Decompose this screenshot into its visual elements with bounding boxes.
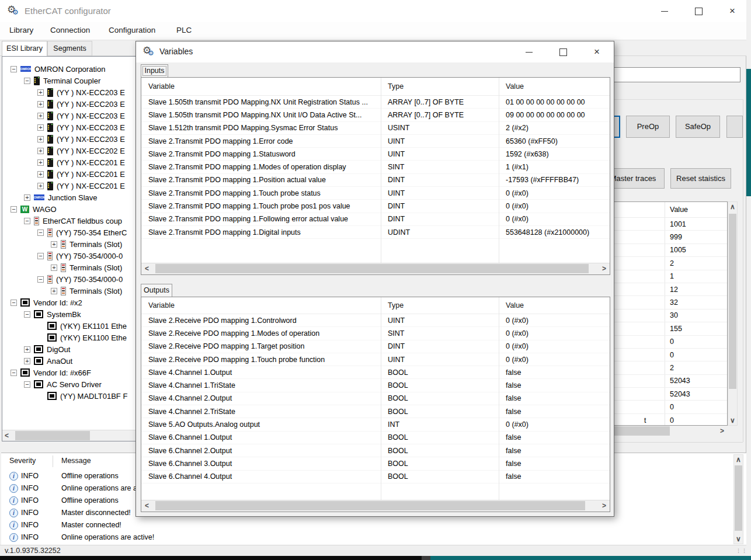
tree-item[interactable]: −(YY) 750-354 EtherC [2, 227, 137, 238]
tree-item[interactable]: (YY) MADLT01BF F [2, 390, 137, 402]
statistics-row[interactable]: 2 [608, 257, 727, 270]
expand-icon[interactable]: + [37, 148, 44, 154]
statistics-row[interactable]: 52043 [608, 388, 727, 401]
scroll-right-icon[interactable]: > [720, 427, 724, 435]
state-button-partial-right[interactable] [726, 116, 743, 138]
statistics-row[interactable]: 2 [608, 361, 727, 374]
expand-icon[interactable]: + [37, 136, 44, 142]
expand-icon[interactable]: + [37, 101, 44, 107]
scrollbar-thumb[interactable] [735, 465, 742, 531]
tree-item[interactable]: +Terminals (Slot) [2, 262, 137, 273]
tree-hscrollbar[interactable]: < [2, 430, 137, 441]
tree-item[interactable]: −(YY) 750-354/000-0 [2, 273, 137, 285]
collapse-icon[interactable]: − [24, 381, 30, 388]
tree-item[interactable]: +DigOut [2, 343, 137, 355]
dialog-close-button[interactable]: × [587, 44, 607, 60]
variable-row[interactable]: Slave 2.Transmit PDO mapping 1.Following… [141, 213, 610, 226]
statistics-row[interactable]: 52043 [608, 375, 727, 388]
statistics-row[interactable]: 0 [608, 349, 727, 361]
scroll-left-icon[interactable]: < [5, 432, 9, 440]
variable-row[interactable]: Slave 2.Transmit PDO mapping 1.Statuswor… [141, 148, 610, 161]
expand-icon[interactable]: + [37, 183, 44, 189]
expand-icon[interactable]: + [24, 346, 30, 353]
variable-row[interactable]: Slave 5.AO Outputs.Analog outputINT0 (#x… [141, 418, 610, 431]
scroll-right-icon[interactable]: > [602, 265, 606, 273]
dialog-minimize-button[interactable] [519, 44, 539, 60]
reset-statistics-button[interactable]: Reset staistics [670, 168, 731, 189]
scrollbar-thumb[interactable] [729, 214, 736, 389]
menu-configuration[interactable]: Configuration [109, 26, 155, 34]
inputs-hscrollbar[interactable]: < > [141, 263, 610, 274]
variable-row[interactable]: Slave 6.Channel 2.OutputBOOLfalse [141, 444, 610, 457]
collapse-icon[interactable]: − [11, 370, 17, 376]
tree-item[interactable]: −Vendor Id: #x2 [2, 297, 137, 308]
scrollbar-thumb[interactable] [607, 426, 670, 436]
expand-icon[interactable]: + [24, 358, 30, 364]
variable-row[interactable]: Slave 2.Receive PDO mapping 1.Modes of o… [141, 327, 610, 340]
scroll-up-icon[interactable]: ∧ [730, 203, 735, 211]
column-type[interactable]: Type [381, 301, 499, 309]
tree-item[interactable]: +(YY ) NX-ECC201 E [2, 180, 137, 192]
statistics-row[interactable]: 30 [608, 309, 727, 322]
expand-icon[interactable]: + [37, 113, 44, 119]
collapse-icon[interactable]: − [11, 300, 17, 306]
scroll-down-icon[interactable]: ∨ [730, 416, 735, 425]
collapse-icon[interactable]: − [11, 206, 17, 213]
column-value[interactable]: Value [499, 301, 610, 309]
collapse-icon[interactable]: − [11, 66, 17, 72]
statistics-vscrollbar[interactable]: ∧ ∨ [728, 201, 738, 426]
scroll-left-icon[interactable]: < [145, 502, 149, 510]
statistics-row[interactable]: 1 [608, 270, 727, 283]
collapse-icon[interactable]: − [24, 311, 30, 318]
statistics-row[interactable]: 0 [608, 336, 727, 349]
variable-row[interactable]: Slave 1.505th transmit PDO Mapping.NX Un… [141, 96, 610, 109]
tree-item[interactable]: +OMRONJunction Slave [2, 192, 137, 203]
column-type[interactable]: Type [381, 82, 499, 91]
statistics-row[interactable]: 32 [608, 296, 727, 309]
variable-row[interactable]: Slave 4.Channel 1.TriStateBOOLfalse [141, 379, 610, 392]
safeop-button[interactable]: SafeOp [676, 116, 720, 138]
tree-item[interactable]: +Terminals (Slot) [2, 285, 137, 297]
tree-item[interactable]: −Vendor Id: #x66F [2, 367, 137, 378]
expand-icon[interactable]: + [24, 194, 30, 201]
tree-item[interactable]: +(YY ) NX-ECC203 E [2, 133, 137, 145]
minimize-button[interactable] [655, 4, 674, 19]
tab-inputs[interactable]: Inputs [141, 64, 168, 78]
variable-row[interactable]: Slave 2.Receive PDO mapping 1.Controlwor… [141, 314, 610, 327]
tree-item[interactable]: +(YY ) NX-ECC201 E [2, 168, 137, 180]
tree-item[interactable]: (YKY) EK1100 Ethe [2, 332, 137, 343]
column-variable[interactable]: Variable [141, 82, 381, 91]
variable-row[interactable]: Slave 4.Channel 1.OutputBOOLfalse [141, 366, 610, 379]
statistics-row[interactable]: 1005 [608, 244, 727, 257]
menu-plc[interactable]: PLC [176, 26, 192, 34]
maximize-button[interactable] [689, 4, 708, 19]
variable-row[interactable]: Slave 2.Receive PDO mapping 1.Target pos… [141, 340, 610, 353]
variable-row[interactable]: Slave 6.Channel 1.OutputBOOLfalse [141, 432, 610, 444]
expand-icon[interactable]: + [51, 288, 57, 294]
tree-item[interactable]: +(YY ) NX-ECC203 E [2, 98, 137, 110]
column-variable[interactable]: Variable [141, 301, 381, 309]
variable-row[interactable]: Slave 2.Transmit PDO mapping 1.Position … [141, 174, 610, 187]
tree-item[interactable]: +(YY ) NX-ECC203 E [2, 121, 137, 133]
tree-item[interactable]: −AC Servo Driver [2, 378, 137, 390]
collapse-icon[interactable]: − [37, 253, 44, 259]
variable-row[interactable]: Slave 2.Transmit PDO mapping 1.Touch pro… [141, 200, 610, 213]
preop-button[interactable]: PreOp [626, 116, 670, 138]
tree-item[interactable]: +(YY ) NX-ECC201 E [2, 156, 137, 168]
expand-icon[interactable]: + [37, 124, 44, 131]
resize-grip[interactable]: ⋮⋮ [736, 548, 743, 555]
collapse-icon[interactable]: − [37, 276, 44, 283]
address-field[interactable] [607, 67, 740, 82]
expand-icon[interactable]: + [37, 89, 44, 96]
collapse-icon[interactable]: − [37, 229, 44, 236]
variable-row[interactable]: Slave 1.512th transmit PDO Mapping.Sysma… [141, 122, 610, 135]
variable-row[interactable]: Slave 4.Channel 2.TriStateBOOLfalse [141, 405, 610, 418]
statistics-row[interactable]: 999 [608, 231, 727, 244]
collapse-icon[interactable]: − [24, 78, 30, 84]
tree-item[interactable]: −OMRONOMRON Corporation [2, 63, 137, 75]
tree-item[interactable]: −SystemBk [2, 308, 137, 320]
menu-connection[interactable]: Connection [50, 26, 90, 34]
statistics-row[interactable]: 12 [608, 283, 727, 296]
expand-icon[interactable]: + [51, 265, 57, 271]
tree-item[interactable]: −Terminal Coupler [2, 75, 137, 86]
